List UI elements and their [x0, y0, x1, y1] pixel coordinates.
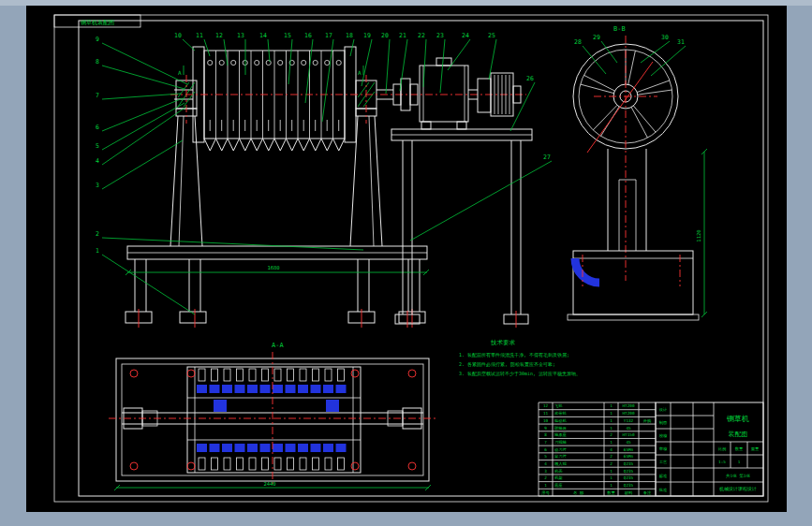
- drawing-canvas[interactable]: 铡草机装配图: [0, 0, 812, 526]
- bom-cell-qty: 1: [610, 403, 613, 408]
- balloon-8: 8: [96, 58, 99, 66]
- bom-cell-name: 轴承座: [554, 432, 568, 437]
- bom-cell-material: HT200: [623, 403, 635, 408]
- bom-cell-name: 刀辊轴: [554, 440, 567, 445]
- bom-cell-qty: 1: [610, 469, 613, 474]
- bom-cell-name: 皮带轮: [554, 411, 568, 416]
- bom-cell-no: 6: [544, 447, 547, 452]
- bom-cell-material: 65Mn: [624, 447, 634, 452]
- bom-cell-no: 9: [544, 426, 547, 431]
- bom-header: 名 称: [573, 490, 584, 495]
- titleblock-field: 工艺: [659, 460, 668, 464]
- balloon-17: 17: [325, 32, 332, 39]
- section-bb-label: B-B: [613, 25, 626, 33]
- bom-cell-material: HT200: [623, 411, 635, 416]
- note-line-1: 1. 装配前所有零件须清洗干净, 不得有毛刺及铁屑;: [459, 352, 569, 358]
- bom-cell-name: 喂入辊: [554, 461, 568, 466]
- balloon-23: 23: [436, 32, 444, 39]
- titleblock-field: 校核: [659, 433, 668, 438]
- bom-cell-qty: 2: [610, 461, 613, 466]
- bom-cell-name: 机壳: [554, 469, 563, 474]
- plan-blue-block-right: [326, 400, 339, 412]
- bom-cell-material: HT150: [623, 432, 635, 437]
- bom-cell-name: 动刀片: [554, 447, 568, 452]
- bom-cell-no: 3: [544, 469, 547, 474]
- bom-cell-material: 45: [626, 440, 631, 445]
- bom-cell-material: Y132: [624, 418, 634, 423]
- balloon-21: 21: [399, 32, 406, 39]
- view-arrow-a-left: A: [178, 69, 182, 76]
- bom-cell-no: 8: [544, 432, 547, 437]
- balloon-9: 9: [96, 36, 99, 43]
- balloon-5: 5: [96, 142, 99, 150]
- bom-cell-no: 4: [544, 461, 547, 466]
- bom-cell-no: 11: [543, 411, 549, 416]
- balloon-24: 24: [462, 32, 469, 39]
- note-line-3: 3. 装配后空载试运转不少于30min, 运转应平稳无异响。: [459, 371, 581, 377]
- weight-label: 重量: [751, 446, 760, 451]
- balloon-18: 18: [346, 32, 353, 39]
- bom-cell-material: Q235: [624, 475, 634, 480]
- bom-cell-no: 5: [544, 454, 547, 459]
- bom-cell-qty: 1: [610, 411, 613, 416]
- notes-title: 技术要求: [490, 339, 516, 346]
- sheet-info: 共1张 第1张: [726, 474, 751, 478]
- cad-viewer: 铡草机装配图: [0, 0, 812, 526]
- bom-cell-name: 机架: [554, 475, 563, 480]
- view-arrow-a-right: A: [358, 69, 362, 76]
- bom-cell-no: 12: [543, 403, 549, 408]
- balloon-14: 14: [259, 32, 267, 39]
- bom-cell-material: Q235: [624, 461, 634, 466]
- balloon-15: 15: [284, 32, 291, 39]
- bom-cell-name: 联轴器: [554, 426, 568, 431]
- bom-header: 数量: [607, 490, 615, 495]
- balloon-3: 3: [96, 182, 99, 189]
- balloon-31: 31: [677, 38, 685, 46]
- side-dim-text: 1120: [696, 229, 701, 241]
- org-name: 机械设计课程设计: [719, 486, 757, 491]
- bom-cell-qty: 4: [610, 447, 613, 452]
- bom-cell-qty: 1: [610, 418, 613, 423]
- viewer-top-strip: [0, 0, 812, 6]
- bom-cell-name: 电动机: [554, 418, 568, 423]
- drawing-title-1: 铡草机: [726, 415, 749, 423]
- balloon-1: 1: [96, 247, 99, 255]
- balloon-22: 22: [418, 32, 425, 39]
- corner-stamp-label: 铡草机装配图: [81, 19, 114, 26]
- balloon-30: 30: [661, 34, 669, 41]
- bom-cell-no: 2: [544, 475, 547, 480]
- balloon-20: 20: [381, 32, 389, 39]
- balloon-2: 2: [96, 230, 99, 238]
- plan-dim-text: 2440: [263, 481, 275, 487]
- balloon-27: 27: [543, 153, 551, 161]
- balloon-25: 25: [488, 32, 495, 39]
- bom-cell-name: 飞轮: [554, 403, 563, 408]
- bom-cell-material: Q235: [624, 483, 634, 488]
- balloon-11: 11: [196, 32, 203, 39]
- balloon-19: 19: [363, 32, 371, 39]
- bom-cell-material: 45: [626, 426, 631, 431]
- plan-blue-block-left: [214, 400, 227, 412]
- drawing-title-2: 装配图: [729, 431, 748, 438]
- balloon-10: 10: [174, 32, 182, 39]
- bom-cell-qty: 2: [610, 432, 613, 437]
- balloon-6: 6: [96, 124, 99, 131]
- bom-cell-qty: 1: [610, 426, 613, 431]
- bom-header: 备注: [643, 490, 652, 495]
- bom-cell-no: 10: [543, 418, 549, 423]
- balloon-12: 12: [215, 32, 223, 39]
- bom-cell-qty: 1: [610, 440, 613, 445]
- qty-value: 1: [738, 460, 741, 464]
- note-line-2: 2. 各紧固件必须拧紧, 防松装置应齐全可靠;: [459, 361, 555, 368]
- balloon-26: 26: [526, 75, 534, 82]
- balloon-16: 16: [304, 32, 312, 39]
- bom-cell-material: 65Mn: [624, 454, 634, 459]
- titleblock-field: 批准: [658, 488, 668, 492]
- bom-cell-name: 底座: [554, 483, 563, 488]
- front-dim-text: 1680: [267, 265, 279, 270]
- scale-value: 1:5: [718, 460, 726, 464]
- titleblock-field: 设计: [659, 407, 668, 412]
- balloon-29: 29: [593, 34, 600, 41]
- balloon-4: 4: [96, 157, 99, 165]
- titleblock-field: 制图: [659, 420, 668, 425]
